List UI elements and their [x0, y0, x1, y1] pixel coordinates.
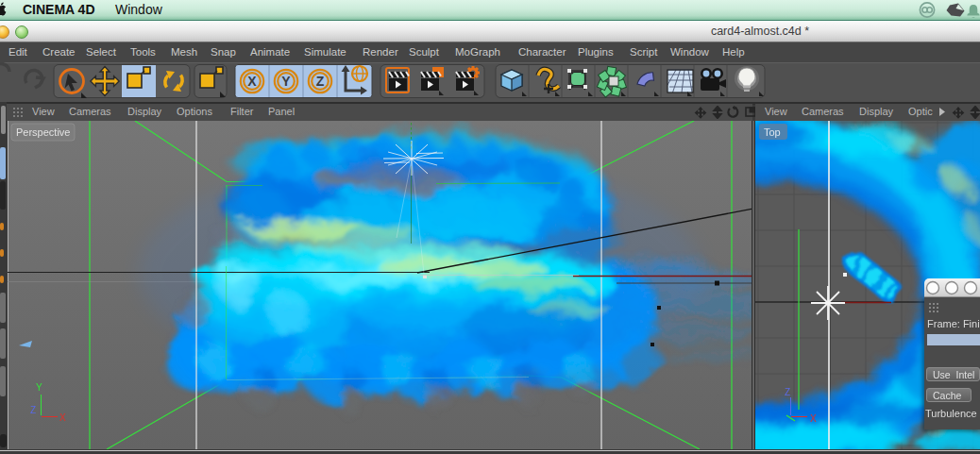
svg-text:Y: Y: [281, 74, 291, 89]
svg-text:Top: Top: [764, 126, 781, 138]
svg-text:X: X: [59, 412, 66, 423]
svg-text:Z: Z: [30, 405, 36, 415]
svg-text:Z: Z: [785, 387, 790, 397]
svg-text:Perspective: Perspective: [16, 126, 70, 138]
svg-text:Z: Z: [316, 74, 325, 89]
svg-text:X: X: [810, 413, 817, 424]
svg-text:X: X: [247, 74, 257, 89]
svg-text:Y: Y: [36, 382, 42, 393]
